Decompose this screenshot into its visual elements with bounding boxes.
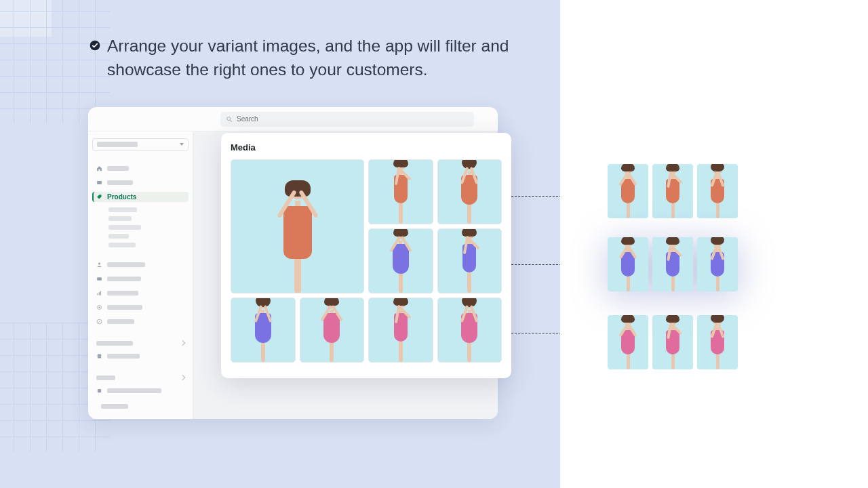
discount-icon [96,319,102,325]
check-circle-icon [90,40,100,51]
variant-thumbnail [652,164,693,218]
variant-result-pane [560,0,868,488]
placeholder-line [107,262,145,267]
placeholder-line [107,277,141,281]
media-tile[interactable] [300,298,365,363]
variant-thumbnail [652,315,693,369]
nav-item-settings[interactable] [92,400,189,412]
variant-thumbnail [697,237,738,291]
placeholder-line [108,243,136,247]
admin-topbar [88,107,498,131]
section-header[interactable] [92,374,189,382]
section-header[interactable] [92,339,189,347]
media-tile[interactable] [437,298,502,363]
card-icon [96,276,102,282]
svg-point-4 [98,263,100,265]
media-tile[interactable] [368,228,433,293]
marketing-icon [96,304,102,310]
variant-group [608,237,738,291]
placeholder-line [107,180,133,185]
store-picker[interactable] [92,138,189,151]
headline-text: Arrange your variant images, and the app… [107,35,524,82]
nav-item-orders[interactable] [92,178,189,188]
svg-rect-7 [99,292,100,296]
svg-line-2 [230,120,232,122]
media-tile[interactable] [368,159,433,224]
chevron-down-icon [180,143,184,146]
store-icon [96,353,102,359]
placeholder-line [107,388,161,393]
nav-sublist [92,207,189,247]
variant-thumbnail [652,237,693,291]
search-icon [226,113,233,125]
chevron-right-icon [180,375,185,380]
variant-group [608,164,738,218]
svg-rect-8 [100,291,101,296]
tag-icon [96,194,102,200]
orders-icon [96,180,102,186]
placeholder-line [107,166,129,171]
nav-item[interactable] [92,288,189,298]
svg-rect-5 [97,278,102,281]
home-icon [96,165,102,171]
nav-item[interactable] [92,317,189,327]
media-tile[interactable] [368,298,433,363]
variant-thumbnail [697,315,738,369]
variant-thumbnail [608,237,648,291]
svg-rect-13 [98,389,101,392]
admin-sidebar: Products [88,131,193,419]
headline-row: Arrange your variant images, and the app… [90,35,524,82]
placeholder-line [108,207,137,212]
placeholder-line [97,142,138,147]
svg-rect-3 [97,181,102,184]
placeholder-line [107,291,138,296]
placeholder-line [101,404,128,409]
marketing-left-pane: Arrange your variant images, and the app… [0,0,560,488]
nav-item-products[interactable]: Products [92,192,189,202]
media-grid [231,159,502,363]
nav-item[interactable] [92,274,189,284]
nav-item-home[interactable] [92,163,189,174]
nav-item[interactable] [92,260,189,270]
nav-item[interactable] [92,386,189,396]
placeholder-line [96,375,115,380]
variant-thumbnail [608,164,648,218]
media-tile[interactable] [437,228,502,293]
nav-item[interactable] [92,302,189,312]
analytics-icon [96,290,102,296]
media-tile[interactable] [437,159,502,224]
svg-point-9 [98,306,100,308]
nav-item[interactable] [92,351,189,361]
chevron-right-icon [180,340,185,346]
placeholder-line [96,341,133,346]
nav-label: Products [107,193,136,201]
placeholder-line [108,234,129,239]
placeholder-line [108,225,141,230]
media-tile[interactable] [231,159,364,293]
search-input[interactable] [237,115,469,123]
svg-rect-6 [98,293,98,296]
svg-point-1 [227,117,231,120]
variant-group [608,315,738,369]
app-icon [96,388,102,394]
person-icon [96,262,102,268]
placeholder-line [107,354,140,359]
media-card: Media [221,133,511,378]
search-input-wrap[interactable] [220,112,474,127]
placeholder-line [107,319,134,324]
svg-line-12 [98,321,100,323]
media-title: Media [231,142,502,152]
placeholder-line [107,305,142,310]
placeholder-line [108,216,132,221]
variant-thumbnail [697,164,738,218]
variant-thumbnail [608,315,648,369]
media-tile[interactable] [231,298,296,363]
